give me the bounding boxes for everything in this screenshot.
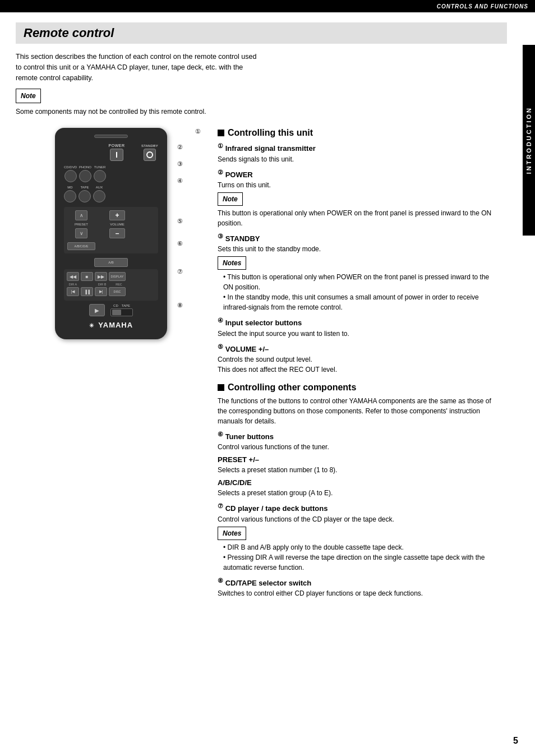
power-note-text: This button is operational only when POW… <box>218 208 494 228</box>
section-controlling-this-unit: Controlling this unit <box>218 128 494 138</box>
callout-7: ⑦ <box>177 268 183 275</box>
item-text-vol: Controls the sound output level.This doe… <box>218 354 494 375</box>
cd-notes-list: DIR B and A/B apply only to the double c… <box>223 542 494 573</box>
aux-button[interactable] <box>93 190 105 202</box>
abcde-label: A/B/C/D/E <box>74 245 88 248</box>
top-bar: CONTROLS AND FUNCTIONS <box>0 0 535 12</box>
vol-col: + VOLUME – <box>109 210 125 238</box>
page-number: 5 <box>513 736 518 746</box>
power-label: POWER <box>109 144 125 147</box>
section-other-components: Controlling other components <box>218 382 494 393</box>
standby-label: STANDBY <box>141 144 158 147</box>
power-note-box: Note <box>218 192 243 206</box>
src-btn-cddvd: CD/DVD <box>64 165 77 182</box>
transport-row-2: |◀ ▐▐ ▶| DISC <box>67 287 155 296</box>
power-btn-area: POWER <box>109 144 125 161</box>
top-bar-title: CONTROLS AND FUNCTIONS <box>437 3 528 10</box>
item-heading-ir: ① Infrared signal transmitter <box>218 142 494 153</box>
preset-down-button[interactable]: ∨ <box>75 228 87 238</box>
power-button[interactable] <box>110 149 123 161</box>
power-icon <box>116 152 117 158</box>
standby-note-1: This button is operational only when POW… <box>223 272 494 292</box>
play-button[interactable]: ▶ <box>89 304 105 316</box>
left-col: ① ② ③ ④ ⑤ ⑥ ⑦ ⑧ <box>16 122 206 601</box>
item-num-5: ⑤ <box>218 343 223 350</box>
cd-tape-switch[interactable] <box>110 308 133 316</box>
yamaha-logo: ✳ YAMAHA <box>64 321 158 329</box>
callout-5: ⑤ <box>177 218 183 225</box>
src-label-tuner: TUNER <box>94 165 106 169</box>
stop-icon: ■ <box>86 274 89 279</box>
rewind-button[interactable]: ◀◀ <box>67 272 79 281</box>
item-heading-power: ② POWER <box>218 169 494 179</box>
play-icon: ▶ <box>95 307 99 314</box>
display-label: DISPLAY <box>111 275 124 278</box>
item-num-6: ⑥ <box>218 431 223 437</box>
standby-note-2: In the standby mode, this unit consumes … <box>223 292 494 312</box>
preset-heading: PRESET +/– <box>218 455 494 464</box>
side-tab-label: INTRODUCTION <box>525 107 532 174</box>
item-label-cdtape: CD/TAPE selector switch <box>225 579 312 587</box>
standby-btn-area: STANDBY <box>141 144 158 161</box>
cddvd-button[interactable] <box>64 170 77 182</box>
section-icon <box>218 130 224 136</box>
standby-button[interactable] <box>144 149 156 161</box>
ir-transmitter <box>94 135 128 138</box>
item-num-1: ① <box>218 142 223 149</box>
preset-col: ∧ PRESET ∨ A/B/C/D/E <box>67 210 95 250</box>
section-title-other: Controlling other components <box>228 382 356 393</box>
rec-label: REC <box>110 283 127 286</box>
volume-minus-button[interactable]: – <box>109 228 125 238</box>
item-heading-standby: ③ STANDBY <box>218 233 494 243</box>
transport-row-1: ◀◀ ■ ▶▶ DISPLAY <box>67 272 155 281</box>
item-label-vol: VOLUME +/– <box>225 345 269 353</box>
main-content: Remote control This section describes th… <box>0 12 535 623</box>
src-btn-aux: AUX <box>93 186 105 202</box>
volume-section: ∧ PRESET ∨ A/B/C/D/E + <box>64 207 158 253</box>
phono-button[interactable] <box>79 170 91 182</box>
item-label-tuner: Tuner buttons <box>225 432 274 441</box>
tape-button[interactable] <box>79 190 91 202</box>
md-button[interactable] <box>64 190 76 202</box>
ab-button[interactable]: A/B <box>94 258 128 267</box>
item-heading-tuner: ⑥ Tuner buttons <box>218 431 494 441</box>
display-button[interactable]: DISPLAY <box>109 272 126 281</box>
remote-wrapper: ① ② ③ ④ ⑤ ⑥ ⑦ ⑧ <box>16 128 206 339</box>
play-btn-row: ▶ CD TAPE <box>64 304 158 316</box>
yamaha-star-icon: ✳ <box>89 322 94 329</box>
switch-thumb <box>112 310 121 315</box>
item-heading-cdtape: ⑧ CD/TAPE selector switch <box>218 577 494 587</box>
next-button[interactable]: ▶| <box>95 287 107 296</box>
abcde-button[interactable]: A/B/C/D/E <box>67 242 95 250</box>
two-col-layout: ① ② ③ ④ ⑤ ⑥ ⑦ ⑧ <box>16 122 507 601</box>
prev-button[interactable]: |◀ <box>67 287 79 296</box>
yamaha-text: YAMAHA <box>98 321 133 329</box>
transport-labels-1: DIR A DIR B REC <box>67 283 155 286</box>
item-num-7: ⑦ <box>218 503 223 509</box>
section-icon-2 <box>218 384 224 391</box>
src-label-aux: AUX <box>96 186 103 189</box>
source-buttons-row2: MD TAPE AUX <box>64 186 158 202</box>
next-icon: ▶| <box>99 289 103 294</box>
volume-plus-button[interactable]: + <box>109 210 125 220</box>
item-num-2: ② <box>218 169 223 176</box>
cd-tape-labels: CD TAPE <box>113 304 130 307</box>
item-label-ir: Infrared signal transmitter <box>225 145 316 153</box>
preset-up-button[interactable]: ∧ <box>75 210 87 220</box>
item-text-tuner: Control various functions of the tuner. <box>218 442 494 452</box>
src-btn-tape: TAPE <box>79 186 91 202</box>
item-text-input: Select the input source you want to list… <box>218 329 494 339</box>
pause-button[interactable]: ▐▐ <box>81 287 93 296</box>
callout-6: ⑥ <box>177 240 183 247</box>
item-label-cd: CD player / tape deck buttons <box>225 505 328 513</box>
callout-4: ④ <box>177 177 183 185</box>
note-content: Some components may not be controlled by… <box>16 107 507 117</box>
stop-button[interactable]: ■ <box>81 272 93 281</box>
other-components-intro: The functions of the buttons to control … <box>218 396 494 426</box>
callout-2: ② <box>177 144 183 151</box>
fast-forward-button[interactable]: ▶▶ <box>95 272 107 281</box>
tuner-button[interactable] <box>94 170 106 182</box>
ab-row: A/B <box>64 258 158 267</box>
src-label-md: MD <box>67 186 72 189</box>
disc-button[interactable]: DISC <box>109 287 126 296</box>
